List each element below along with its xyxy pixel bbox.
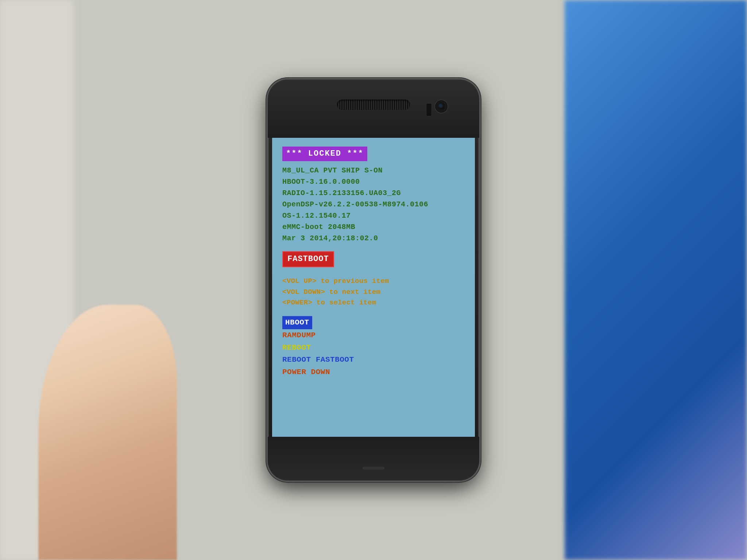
info-line-5: OS-1.12.1540.17: [282, 210, 465, 221]
phone-top-bezel: [268, 79, 479, 138]
locked-badge: *** LOCKED ***: [282, 147, 367, 161]
front-camera-icon: [434, 100, 448, 113]
info-line-7: Mar 3 2014,20:18:02.0: [282, 233, 465, 244]
nav-hint-vol-up: <VOL UP> to previous item: [282, 276, 465, 287]
menu-item-reboot[interactable]: REBOOT: [282, 342, 465, 354]
info-line-2: HBOOT-3.16.0.0000: [282, 176, 465, 187]
info-line-1: M8_UL_CA PVT SHIP S-ON: [282, 165, 465, 176]
menu-item-power-down[interactable]: POWER DOWN: [282, 366, 465, 378]
info-line-6: eMMC-boot 2048MB: [282, 221, 465, 233]
menu-item-hboot[interactable]: HBOOT: [282, 316, 465, 330]
nav-hint-vol-down: <VOL DOWN> to next item: [282, 287, 465, 298]
phone-device: *** LOCKED *** M8_UL_CA PVT SHIP S-ON HB…: [268, 79, 479, 481]
background-right: [565, 0, 747, 560]
info-line-4: OpenDSP-v26.2.2-00538-M8974.0106: [282, 199, 465, 210]
ir-blaster: [426, 103, 432, 116]
speaker-grille: [337, 100, 410, 110]
phone-screen: *** LOCKED *** M8_UL_CA PVT SHIP S-ON HB…: [272, 138, 475, 437]
menu-item-reboot-fastboot[interactable]: REBOOT FASTBOOT: [282, 354, 465, 366]
info-line-3: RADIO-1.15.2133156.UA03_2G: [282, 187, 465, 199]
fastboot-badge: FASTBOOT: [282, 251, 334, 267]
menu-item-ramdump[interactable]: RAMDUMP: [282, 330, 465, 342]
phone-bottom-bezel: [268, 437, 479, 481]
hand: [38, 305, 177, 560]
nav-hint-power: <POWER> to select item: [282, 298, 465, 308]
screen-content: *** LOCKED *** M8_UL_CA PVT SHIP S-ON HB…: [272, 138, 475, 437]
